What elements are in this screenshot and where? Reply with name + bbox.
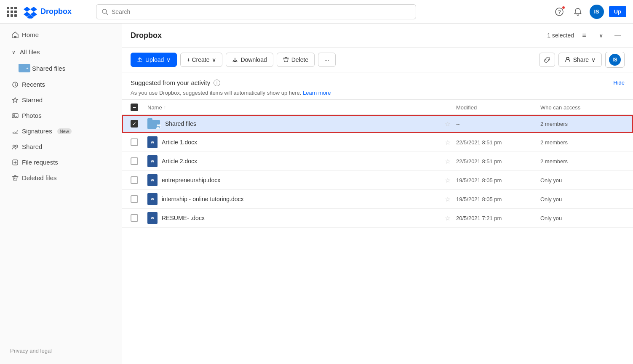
table-row[interactable]: Shared files☆--2 members	[122, 115, 633, 133]
file-modified: --	[456, 121, 540, 127]
select-all-checkbox[interactable]	[131, 104, 138, 111]
svg-point-5	[25, 67, 29, 71]
shared-badge-icon	[25, 66, 30, 72]
share-label: Share	[573, 56, 589, 63]
sidebar-item-shared[interactable]: Shared	[2, 139, 120, 154]
minimize-icon[interactable]: —	[611, 29, 625, 42]
logo-text: Dropbox	[40, 7, 72, 16]
word-doc-icon: W	[147, 193, 158, 205]
file-list-header: Name ↑ Modified Who can access	[122, 100, 633, 115]
shared-folder-icon	[19, 64, 29, 72]
sharedfiles-label: Shared files	[32, 65, 65, 72]
table-row[interactable]: Winternship - online tutoring.docx☆19/5/…	[122, 190, 633, 209]
search-bar[interactable]	[96, 4, 416, 19]
search-icon	[101, 8, 108, 15]
svg-point-16	[159, 125, 161, 127]
share-button[interactable]: Share ∨	[558, 53, 602, 67]
link-icon-button[interactable]	[539, 53, 555, 67]
notification-icon[interactable]	[571, 5, 585, 19]
file-name: RESUME- .docx	[162, 215, 205, 221]
star-button[interactable]: ☆	[439, 176, 456, 184]
star-button[interactable]: ☆	[439, 120, 456, 128]
upgrade-button[interactable]: Up	[609, 6, 626, 17]
logo[interactable]: Dropbox	[24, 5, 91, 19]
row-checkbox[interactable]	[131, 157, 138, 165]
word-doc-icon: W	[147, 174, 158, 186]
file-name: Article 2.docx	[162, 158, 197, 165]
create-button[interactable]: + Create ∨	[180, 53, 222, 67]
file-access: 2 members	[540, 121, 625, 127]
sidebar-item-signatures[interactable]: Signatures New	[2, 123, 120, 139]
help-icon[interactable]: ?	[553, 5, 566, 19]
more-button[interactable]: ···	[318, 53, 336, 67]
star-button[interactable]: ☆	[439, 138, 456, 146]
sidebar-item-allfiles[interactable]: ∨ All files	[2, 44, 120, 60]
upload-button[interactable]: Upload ∨	[131, 53, 177, 67]
file-access: Only you	[540, 177, 625, 183]
row-checkbox[interactable]	[131, 138, 138, 146]
col-name-header[interactable]: Name ↑	[147, 104, 439, 111]
svg-point-10	[13, 114, 15, 116]
download-button[interactable]: Download	[226, 53, 273, 67]
starred-label: Starred	[22, 96, 43, 104]
svg-point-11	[13, 145, 15, 147]
user-avatar[interactable]: IS	[590, 5, 604, 19]
list-view-icon[interactable]: ≡	[577, 29, 591, 42]
star-button[interactable]: ☆	[439, 195, 456, 203]
delete-button[interactable]: Delete	[277, 53, 315, 67]
view-toggle-icon[interactable]: ∨	[594, 29, 608, 42]
search-input[interactable]	[112, 8, 411, 15]
info-icon[interactable]: i	[214, 80, 220, 86]
sidebar-item-deletedfiles[interactable]: Deleted files	[2, 170, 120, 186]
privacy-legal[interactable]: Privacy and legal	[0, 341, 122, 361]
grid-menu-icon[interactable]	[7, 7, 17, 17]
allfiles-label: All files	[20, 48, 40, 56]
starred-icon	[12, 97, 19, 104]
col-access-header: Who can access	[540, 104, 625, 111]
table-row[interactable]: WArticle 1.docx☆22/5/2021 8:51 pm2 membe…	[122, 133, 633, 152]
home-label: Home	[22, 31, 39, 38]
sidebar-item-starred[interactable]: Starred	[2, 92, 120, 108]
table-row[interactable]: Wentrepreneurship.docx☆19/5/2021 8:05 pm…	[122, 171, 633, 190]
delete-label: Delete	[291, 56, 308, 63]
file-name-cell: WArticle 1.docx	[147, 136, 439, 148]
file-name-cell: Shared files	[147, 118, 439, 129]
sidebar-item-filerequests[interactable]: File requests	[2, 154, 120, 170]
more-label: ···	[324, 56, 329, 63]
upload-icon	[137, 57, 143, 63]
filerequests-icon	[12, 159, 19, 166]
table-row[interactable]: WArticle 2.docx☆22/5/2021 8:51 pm2 membe…	[122, 152, 633, 171]
hide-button[interactable]: Hide	[613, 80, 625, 86]
shared-label: Shared	[22, 143, 42, 150]
word-doc-icon: W	[147, 155, 158, 167]
sidebar-item-sharedfiles[interactable]: Shared files	[2, 60, 120, 77]
row-checkbox[interactable]	[131, 120, 138, 128]
privacy-label: Privacy and legal	[10, 348, 52, 354]
row-checkbox[interactable]	[131, 176, 138, 184]
row-checkbox[interactable]	[131, 214, 138, 222]
row-checkbox[interactable]	[131, 195, 138, 203]
dropbox-logo-icon	[24, 5, 37, 19]
user-avatar-action[interactable]: IS	[605, 52, 625, 68]
sidebar-item-photos[interactable]: Photos	[2, 108, 120, 123]
file-modified: 19/5/2021 8:05 pm	[456, 177, 540, 183]
word-doc-icon: W	[147, 136, 158, 148]
sidebar-item-recents[interactable]: Recents	[2, 77, 120, 92]
file-name-cell: Wentrepreneurship.docx	[147, 174, 439, 186]
share-chevron: ∨	[591, 56, 596, 63]
file-name-cell: Winternship - online tutoring.docx	[147, 193, 439, 205]
download-icon	[232, 57, 238, 63]
content-area: Dropbox 1 selected ≡ ∨ — Upload ∨ + Crea…	[122, 24, 633, 364]
sidebar-item-home[interactable]: Home	[2, 27, 120, 43]
file-modified: 19/5/2021 8:05 pm	[456, 196, 540, 202]
learn-more-link[interactable]: Learn more	[303, 90, 331, 96]
sidebar: Home ∨ All files Shared files	[0, 24, 122, 364]
star-button[interactable]: ☆	[439, 157, 456, 165]
file-name-cell: WArticle 2.docx	[147, 155, 439, 167]
svg-point-12	[16, 145, 18, 147]
action-avatar: IS	[609, 54, 621, 66]
file-list: Name ↑ Modified Who can access Shared fi…	[122, 100, 633, 364]
topnav-right: ? IS Up	[553, 5, 626, 19]
table-row[interactable]: WRESUME- .docx☆20/5/2021 7:21 pmOnly you	[122, 209, 633, 228]
star-button[interactable]: ☆	[439, 214, 456, 222]
